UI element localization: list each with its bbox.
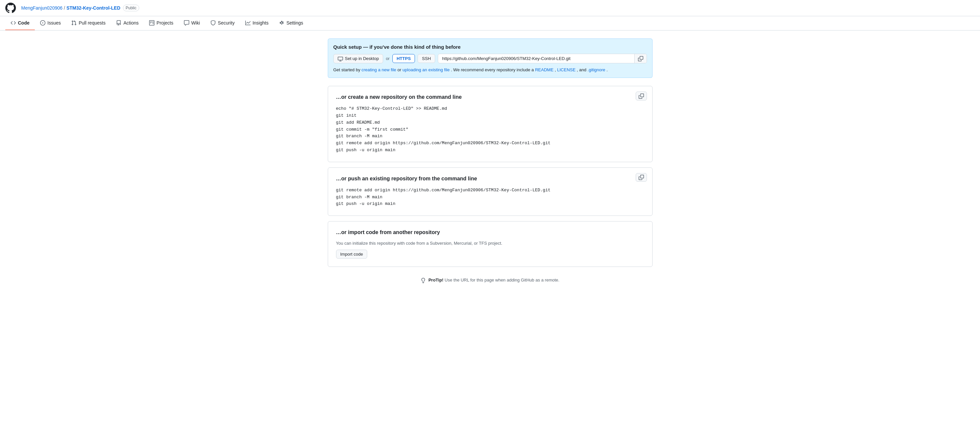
path-separator: / <box>64 5 65 11</box>
pro-tip-text: Use the URL for this page when adding Gi… <box>445 277 560 283</box>
visibility-badge: Public <box>123 5 139 11</box>
create-new-section: …or create a new repository on the comma… <box>328 86 652 162</box>
quick-setup-row: Set up in Desktop or HTTPS SSH <box>333 54 647 63</box>
push-existing-section: …or push an existing repository from the… <box>328 167 652 216</box>
tab-security[interactable]: Security <box>205 16 240 30</box>
ssh-label: SSH <box>422 56 431 61</box>
https-button[interactable]: HTTPS <box>392 54 415 63</box>
license-link[interactable]: LICENSE <box>557 67 576 72</box>
copy-push-icon <box>639 175 644 180</box>
tab-pr-label: Pull requests <box>78 20 105 25</box>
tab-settings[interactable]: Settings <box>274 16 309 30</box>
readme-link[interactable]: README <box>535 67 554 72</box>
github-logo <box>5 3 16 13</box>
insights-icon <box>245 20 251 25</box>
create-new-title: …or create a new repository on the comma… <box>336 94 644 100</box>
repo-url-input[interactable] <box>438 54 634 63</box>
tab-wiki-label: Wiki <box>191 20 200 25</box>
tab-code-label: Code <box>18 20 30 25</box>
tab-settings-label: Settings <box>286 20 303 25</box>
tab-wiki[interactable]: Wiki <box>179 16 205 30</box>
tab-insights-label: Insights <box>253 20 269 25</box>
copy-code-icon <box>639 94 644 99</box>
setup-desktop-label: Set up in Desktop <box>345 56 379 61</box>
import-code-description: You can initialize this repository with … <box>336 241 644 246</box>
gitignore-link[interactable]: .gitignore <box>588 67 605 72</box>
pr-icon <box>71 20 76 25</box>
main-content: Quick setup — if you've done this kind o… <box>323 38 658 288</box>
tab-issues-label: Issues <box>48 20 60 25</box>
repo-name[interactable]: STM32-Key-Control-LED <box>66 5 120 11</box>
copy-url-button[interactable] <box>634 54 647 63</box>
code-icon <box>11 20 16 25</box>
tab-issues[interactable]: Issues <box>35 16 66 30</box>
issues-icon <box>40 20 45 25</box>
pro-tip-label: ProTip! <box>428 277 444 283</box>
copy-create-code-button[interactable] <box>636 92 647 100</box>
tab-actions-label: Actions <box>123 20 138 25</box>
quick-setup-title: Quick setup — if you've done this kind o… <box>333 44 647 50</box>
copy-icon <box>638 56 643 61</box>
url-input-row <box>438 54 647 63</box>
wiki-icon <box>184 20 189 25</box>
tab-actions[interactable]: Actions <box>111 16 144 30</box>
push-existing-code: git remote add origin https://github.com… <box>336 187 644 208</box>
upload-file-link[interactable]: uploading an existing file <box>402 67 449 72</box>
tab-insights[interactable]: Insights <box>240 16 274 30</box>
create-file-link[interactable]: creating a new file <box>361 67 396 72</box>
tab-code[interactable]: Code <box>5 16 35 30</box>
setup-desktop-button[interactable]: Set up in Desktop <box>333 54 383 63</box>
repo-owner[interactable]: MengFanjun020906 <box>21 5 63 11</box>
create-new-code: echo "# STM32-Key-Control-LED" >> README… <box>336 105 644 154</box>
tab-pull-requests[interactable]: Pull requests <box>66 16 111 30</box>
copy-push-code-button[interactable] <box>636 173 647 182</box>
pro-tip: ProTip! Use the URL for this page when a… <box>328 272 652 288</box>
security-icon <box>210 20 216 25</box>
ssh-button[interactable]: SSH <box>418 54 435 63</box>
nav-tabs: Code Issues Pull requests Actions Projec… <box>0 16 980 30</box>
import-code-label: Import code <box>340 251 363 257</box>
desktop-icon <box>338 56 343 61</box>
tab-security-label: Security <box>218 20 235 25</box>
projects-icon <box>149 20 154 25</box>
repo-path: MengFanjun020906 / STM32-Key-Control-LED <box>21 5 120 11</box>
https-label: HTTPS <box>397 56 411 61</box>
import-code-section: …or import code from another repository … <box>328 221 652 267</box>
settings-icon <box>279 20 284 25</box>
top-bar: MengFanjun020906 / STM32-Key-Control-LED… <box>0 0 980 16</box>
actions-icon <box>116 20 121 25</box>
import-code-title: …or import code from another repository <box>336 229 644 236</box>
tab-projects[interactable]: Projects <box>144 16 179 30</box>
import-code-button[interactable]: Import code <box>336 250 368 259</box>
or-text: or <box>386 56 390 61</box>
tab-projects-label: Projects <box>156 20 173 25</box>
quick-setup-hint: Get started by creating a new file or up… <box>333 67 647 72</box>
lightbulb-icon <box>420 278 426 283</box>
push-existing-title: …or push an existing repository from the… <box>336 176 644 182</box>
quick-setup-box: Quick setup — if you've done this kind o… <box>328 38 652 78</box>
